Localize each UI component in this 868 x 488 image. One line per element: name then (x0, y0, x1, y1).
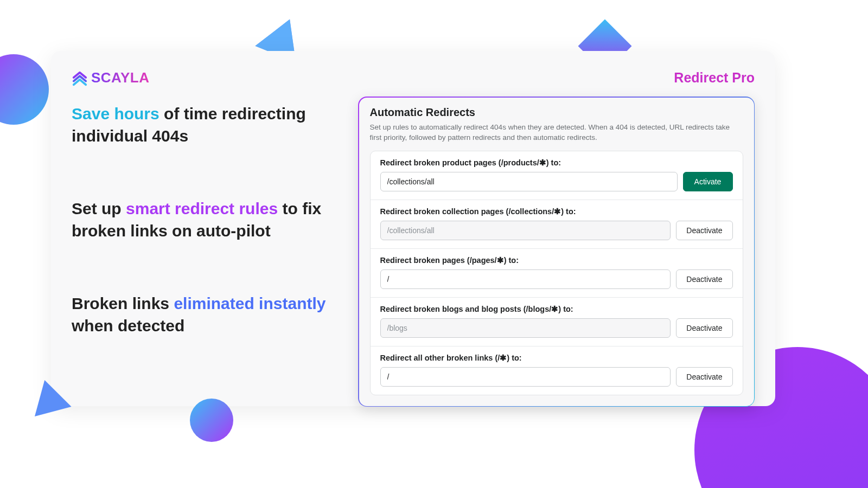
rule-label: Redirect broken pages (/pages/✱) to: (380, 256, 733, 265)
rule-label: Redirect all other broken links (/✱) to: (380, 354, 733, 362)
rule-input-collections[interactable] (380, 221, 671, 240)
panel-description: Set up rules to automatically redirect 4… (370, 122, 743, 143)
rule-label: Redirect broken product pages (/products… (380, 158, 733, 167)
rule-label: Redirect broken collection pages (/colle… (380, 207, 733, 216)
bullet-3-highlight: eliminated instantly (174, 294, 326, 312)
marketing-bullets: Save hours of time redirecting individua… (72, 69, 348, 388)
rule-input-products[interactable] (380, 172, 678, 191)
activate-button[interactable]: Activate (683, 172, 733, 191)
settings-column: Automatic Redirects Set up rules to auto… (348, 69, 755, 388)
brand-name: SCAYLA (91, 69, 150, 86)
deactivate-button[interactable]: Deactivate (676, 318, 732, 338)
brand-logo-icon (72, 70, 88, 86)
deactivate-button[interactable]: Deactivate (676, 221, 732, 240)
decor-circle-top-left (0, 54, 49, 125)
rule-blogs: Redirect broken blogs and blog posts (/b… (371, 298, 743, 346)
bullet-2-highlight: smart redirect rules (126, 200, 278, 217)
product-name: Redirect Pro (674, 70, 755, 86)
decor-triangle-bottom-left (26, 375, 71, 416)
bullet-3-pre: Broken links (72, 294, 174, 312)
bullet-2-pre: Set up (72, 200, 126, 217)
automatic-redirects-panel: Automatic Redirects Set up rules to auto… (358, 97, 755, 407)
brand-logo: SCAYLA (72, 69, 150, 86)
rule-input-other[interactable] (380, 367, 671, 387)
bullet-3: Broken links eliminated instantly when d… (72, 293, 348, 337)
rule-all-other: Redirect all other broken links (/✱) to:… (371, 346, 743, 395)
bullet-1-highlight: Save hours (72, 105, 159, 123)
rule-label: Redirect broken blogs and blog posts (/b… (380, 305, 733, 313)
redirect-rules-list: Redirect broken product pages (/products… (370, 151, 743, 395)
deactivate-button[interactable]: Deactivate (676, 367, 732, 387)
panel-title: Automatic Redirects (370, 106, 743, 119)
bullet-1: Save hours of time redirecting individua… (72, 103, 348, 147)
bullet-3-post: when detected (72, 317, 184, 335)
rule-pages: Redirect broken pages (/pages/✱) to: Dea… (371, 249, 743, 298)
rule-input-blogs[interactable] (380, 318, 671, 338)
main-card: SCAYLA Redirect Pro Save hours of time r… (51, 51, 775, 406)
deactivate-button[interactable]: Deactivate (676, 269, 732, 289)
rule-input-pages[interactable] (380, 269, 671, 289)
header-row: SCAYLA Redirect Pro (72, 69, 755, 86)
decor-circle-bottom-mid (190, 399, 233, 442)
rule-collections: Redirect broken collection pages (/colle… (371, 200, 743, 249)
bullet-2: Set up smart redirect rules to fix broke… (72, 198, 348, 242)
rule-products: Redirect broken product pages (/products… (371, 151, 743, 200)
